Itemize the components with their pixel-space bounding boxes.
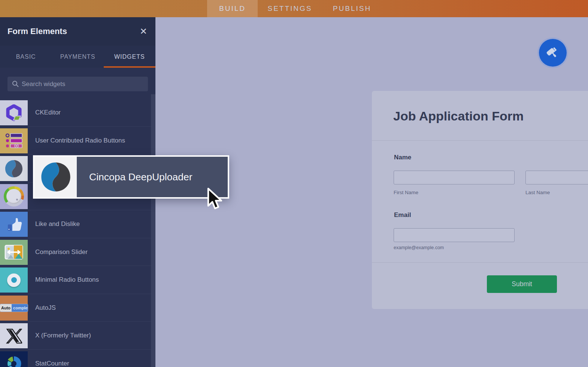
autocomplete-chip-icon: Autocomplete [0,296,28,321]
radio-dot-icon [0,267,28,293]
widget-item-user-contributed-radio-buttons[interactable]: User Contributed Radio Buttons [0,127,155,155]
form-footer-divider [372,262,588,263]
panel-tabs: BASIC PAYMENTS WIDGETS [0,46,155,68]
ckeditor-icon [0,100,28,125]
widget-list-scrollbar[interactable] [151,94,155,367]
pie-chart-icon [0,351,28,367]
knob-icon [0,184,28,209]
name-field-label: Name [394,154,411,161]
email-field-label: Email [394,211,411,219]
tab-settings[interactable]: SETTINGS [258,0,322,17]
image-compare-icon [0,240,28,265]
tab-basic[interactable]: BASIC [0,46,52,68]
top-app-bar: BUILD SETTINGS PUBLISH [0,0,588,17]
radio-bars-icon [0,128,28,153]
panel-title: Form Elements [7,27,67,36]
widget-list: CKEditor User Contributed Radio Buttons [0,99,155,367]
email-hint: example@example.com [394,245,444,250]
widget-item-ckeditor[interactable]: CKEditor [0,99,155,127]
thumb-up-icon [0,212,28,237]
first-name-sublabel: First Name [394,190,418,195]
close-icon[interactable]: ✕ [139,27,148,36]
tab-publish[interactable]: PUBLISH [322,0,382,17]
widget-item-like-and-dislike[interactable]: Like and Dislike [0,210,155,238]
widget-item-x-formerly-twitter[interactable]: X (Formerly Twitter) [0,322,155,350]
tab-build[interactable]: BUILD [207,0,258,17]
form-card[interactable]: Job Application Form Name First Name Las… [372,91,588,309]
tab-widgets[interactable]: WIDGETS [104,46,155,68]
search-input[interactable] [7,77,148,91]
tab-payments[interactable]: PAYMENTS [52,46,103,68]
last-name-sublabel: Last Name [525,190,550,195]
drag-ghost-label: Cincopa DeepUploader [77,157,228,197]
drag-ghost-cincopa-deepuploader[interactable]: Cincopa DeepUploader [33,155,229,199]
form-card-header: Job Application Form [372,91,588,141]
topbar-tabs: BUILD SETTINGS PUBLISH [207,0,382,17]
paint-roller-icon [545,45,560,61]
active-tab-underline [104,66,155,68]
search-area [0,68,155,99]
form-designer-button[interactable] [539,39,567,67]
search-icon [12,80,19,89]
first-name-input[interactable] [394,171,515,184]
form-title[interactable]: Job Application Form [393,109,524,123]
widget-item-minimal-radio-buttons[interactable]: Minimal Radio Buttons [0,266,155,294]
widget-item-statcounter[interactable]: StatCounter [0,350,155,367]
widget-item-comparison-slider[interactable]: Comparison Slider [0,238,155,266]
x-logo-icon [0,323,28,348]
panel-header: Form Elements ✕ [0,17,155,46]
last-name-input[interactable] [525,171,588,184]
cincopa-icon [34,157,77,197]
cincopa-icon [0,156,28,181]
submit-button[interactable]: Submit [487,275,557,293]
widget-item-autojs[interactable]: Autocomplete AutoJS [0,294,155,322]
email-input[interactable] [394,228,515,242]
